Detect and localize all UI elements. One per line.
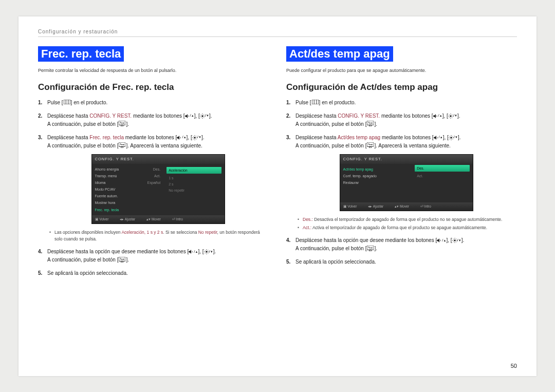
note-list: Las opciones disponibles incluyen Aceler… bbox=[49, 229, 269, 242]
osd-selected-option: Aceleración bbox=[166, 167, 221, 174]
vol-up-icon: / bbox=[434, 134, 443, 141]
step-3: Desplácese hasta Act/des temp apag media… bbox=[286, 134, 517, 231]
lead-text: Permite controlar la velocidad de respue… bbox=[38, 68, 269, 73]
bright-down-icon: / bbox=[452, 237, 461, 244]
enter-icon bbox=[366, 121, 374, 127]
osd-screenshot: CONFIG. Y REST. Act/des temp apag Conf. … bbox=[340, 154, 473, 212]
vol-up-icon: / bbox=[433, 113, 442, 119]
step-4: Desplácese hasta la opción que desee med… bbox=[286, 236, 517, 253]
bright-down-icon: / bbox=[449, 134, 458, 141]
bright-down-icon: / bbox=[204, 249, 213, 255]
divider bbox=[38, 36, 517, 37]
vol-up-icon: / bbox=[177, 134, 186, 141]
menu-icon bbox=[311, 100, 319, 105]
vol-up-icon: / bbox=[437, 237, 446, 244]
title-frec-rep-tecla: Frec. rep. tecla bbox=[38, 46, 124, 62]
step-3: Desplácese hasta Frec. rep. tecla median… bbox=[38, 134, 269, 242]
document-page: Configuración y restauración Frec. rep. … bbox=[18, 16, 536, 376]
bright-down-icon: / bbox=[448, 113, 457, 119]
osd-title: CONFIG. Y REST. bbox=[92, 155, 225, 164]
enter-icon bbox=[366, 142, 374, 149]
vol-up-icon: / bbox=[189, 249, 198, 255]
lead-text: Puede configurar el producto para que se… bbox=[286, 68, 517, 73]
menu-icon bbox=[63, 100, 71, 105]
steps-list: Pulse [] en el producto. Desplácese hast… bbox=[38, 99, 269, 277]
subheading: Configuración de Act/des temp apag bbox=[286, 82, 517, 92]
left-column: Frec. rep. tecla Permite controlar la ve… bbox=[38, 46, 269, 367]
bright-down-icon: / bbox=[192, 134, 201, 141]
osd-selected-option: Des. bbox=[415, 165, 469, 172]
step-1: Pulse [] en el producto. bbox=[286, 99, 517, 107]
steps-list: Pulse [] en el producto. Desplácese hast… bbox=[286, 99, 517, 266]
page-number: 50 bbox=[511, 363, 517, 369]
item-name: Frec. rep. tecla bbox=[89, 135, 124, 140]
vol-up-icon: / bbox=[185, 113, 194, 119]
step-5: Se aplicará la opción seleccionada. bbox=[38, 269, 269, 277]
bright-down-icon: / bbox=[200, 113, 209, 119]
note-list: Des.: Desactiva el temporizador de apaga… bbox=[298, 216, 517, 231]
osd-screenshot: CONFIG. Y REST. Ahorro energíaDes. Trans… bbox=[91, 154, 225, 225]
step-5: Se aplicará la opción seleccionada. bbox=[286, 258, 517, 266]
enter-icon bbox=[118, 142, 126, 149]
enter-icon bbox=[118, 257, 126, 264]
enter-icon bbox=[366, 246, 374, 252]
step-2: Desplácese hasta CONFIG. Y REST. mediant… bbox=[38, 112, 269, 128]
note-item: Act.: Activa el temporizador de apagado … bbox=[298, 225, 517, 231]
enter-icon bbox=[118, 121, 126, 127]
subheading: Configuración de Frec. rep. tecla bbox=[38, 82, 269, 92]
item-name: Act/des temp apag bbox=[338, 135, 380, 140]
step-4: Desplácese hasta la opción que desee med… bbox=[38, 248, 269, 264]
note-item: Las opciones disponibles incluyen Aceler… bbox=[49, 229, 269, 242]
menu-name: CONFIG. Y REST. bbox=[338, 113, 380, 119]
osd-title: CONFIG. Y REST. bbox=[340, 155, 473, 164]
two-column-layout: Frec. rep. tecla Permite controlar la ve… bbox=[38, 46, 517, 367]
title-act-des-temp-apag: Act/des temp apag bbox=[286, 46, 393, 62]
step-2: Desplácese hasta CONFIG. Y REST. mediant… bbox=[286, 112, 517, 128]
step-1: Pulse [] en el producto. bbox=[38, 99, 269, 107]
menu-name: CONFIG. Y REST. bbox=[89, 113, 132, 119]
section-header: Configuración y restauración bbox=[38, 29, 517, 34]
note-item: Des.: Desactiva el temporizador de apaga… bbox=[298, 216, 517, 223]
right-column: Act/des temp apag Puede configurar el pr… bbox=[286, 46, 517, 367]
